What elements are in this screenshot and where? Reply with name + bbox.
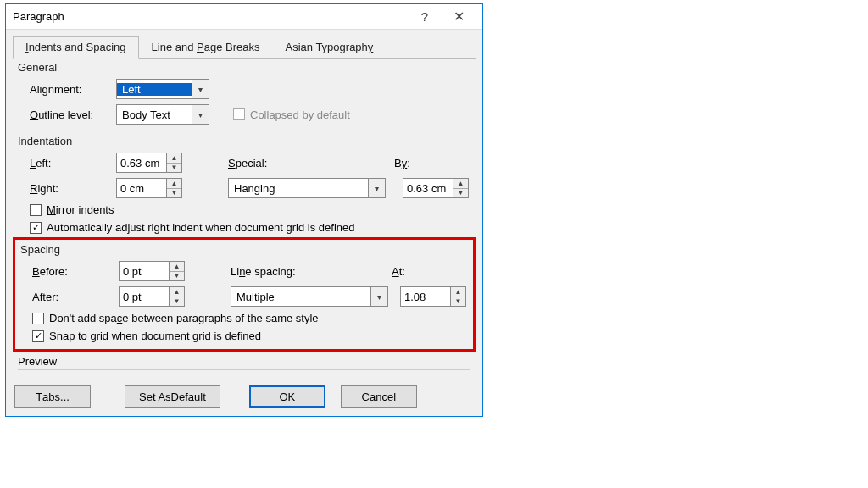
tab-asian-typography[interactable]: Asian Typography — [273, 36, 387, 59]
indent-right-value: 0 cm — [117, 182, 166, 195]
spin-down-icon[interactable]: ▼ — [451, 297, 465, 307]
indent-right-label: Right: — [18, 182, 116, 195]
indent-right-spinner[interactable]: 0 cm ▲▼ — [116, 178, 182, 198]
line-spacing-label: Line spacing: — [220, 265, 329, 278]
spacing-before-spinner[interactable]: 0 pt ▲▼ — [119, 261, 185, 281]
spacing-before-label: Before: — [20, 265, 119, 278]
chevron-down-icon: ▾ — [192, 80, 209, 98]
spacing-group-label: Spacing — [20, 243, 468, 256]
dont-add-space-label: Don't add space between paragraphs of th… — [49, 312, 319, 324]
alignment-select[interactable]: Left ▾ — [116, 79, 209, 99]
preview-group-label: Preview — [18, 355, 470, 370]
dialog-footer: Tabs... Set As Default OK Cancel — [6, 380, 482, 416]
indent-by-spinner[interactable]: 0.63 cm ▲▼ — [403, 178, 469, 198]
spacing-at-value: 1.08 — [401, 291, 450, 303]
indent-left-value: 0.63 cm — [117, 157, 166, 169]
set-as-default-button[interactable]: Set As Default — [125, 385, 220, 408]
paragraph-dialog: Paragraph ? ✕ I/*noop*/ndents and Spacin… — [5, 3, 483, 417]
indent-left-spinner[interactable]: 0.63 cm ▲▼ — [116, 152, 182, 173]
spin-down-icon[interactable]: ▼ — [170, 297, 184, 307]
tabs-button[interactable]: Tabs... — [14, 385, 91, 408]
alignment-value: Left — [117, 83, 192, 96]
collapsed-checkbox — [233, 108, 245, 120]
alignment-label: Alignment: — [18, 83, 116, 96]
auto-adjust-checkbox[interactable] — [30, 222, 42, 234]
spacing-before-value: 0 pt — [120, 265, 169, 278]
special-label: Special: — [218, 157, 326, 169]
by-label: By: — [394, 157, 470, 169]
ok-button[interactable]: OK — [249, 385, 326, 408]
spin-up-icon[interactable]: ▲ — [451, 287, 465, 297]
help-button[interactable]: ? — [408, 9, 442, 24]
snap-to-grid-checkbox[interactable] — [32, 330, 44, 342]
spacing-highlight: Spacing Before: 0 pt ▲▼ Line spacing: At… — [13, 237, 476, 352]
spin-up-icon[interactable]: ▲ — [170, 287, 184, 297]
indentation-group-label: Indentation — [18, 135, 470, 147]
general-group-label: General — [18, 61, 470, 74]
outline-level-label: Outline level: — [18, 108, 116, 121]
line-spacing-value: Multiple — [231, 291, 370, 303]
spin-down-icon[interactable]: ▼ — [170, 272, 184, 281]
dialog-body: General Alignment: Left ▾ Outline level:… — [6, 61, 482, 380]
mirror-indents-checkbox[interactable] — [30, 204, 42, 216]
at-label: At: — [392, 265, 468, 278]
tab-line-page-breaks[interactable]: Line and Page Breaks — [139, 36, 273, 59]
auto-adjust-label: Automatically adjust right indent when d… — [47, 221, 355, 234]
tab-strip: I/*noop*/ndents and Spacing Line and Pag… — [13, 36, 476, 59]
chevron-down-icon: ▾ — [192, 105, 209, 124]
spin-down-icon[interactable]: ▼ — [167, 189, 181, 198]
spin-down-icon[interactable]: ▼ — [167, 164, 181, 173]
line-spacing-select[interactable]: Multiple ▾ — [231, 286, 388, 307]
snap-to-grid-label: Snap to grid when document grid is defin… — [49, 330, 261, 342]
mirror-indents-label: Mirror indents — [47, 203, 114, 216]
chevron-down-icon: ▾ — [368, 179, 385, 197]
spin-up-icon[interactable]: ▲ — [167, 153, 181, 164]
indent-left-label: Left: — [18, 157, 116, 169]
titlebar: Paragraph ? ✕ — [6, 4, 482, 30]
close-button[interactable]: ✕ — [442, 8, 476, 25]
spin-up-icon[interactable]: ▲ — [167, 179, 181, 189]
collapsed-label: Collapsed by default — [250, 108, 350, 121]
spin-up-icon[interactable]: ▲ — [453, 179, 468, 189]
outline-level-select[interactable]: Body Text ▾ — [116, 104, 209, 125]
spacing-at-spinner[interactable]: 1.08 ▲▼ — [400, 286, 466, 307]
spin-up-icon[interactable]: ▲ — [170, 262, 184, 272]
spacing-after-spinner[interactable]: 0 pt ▲▼ — [119, 286, 185, 307]
special-value: Hanging — [229, 182, 368, 195]
cancel-button[interactable]: Cancel — [341, 385, 417, 408]
special-select[interactable]: Hanging ▾ — [228, 178, 386, 198]
spacing-after-value: 0 pt — [120, 291, 169, 303]
chevron-down-icon: ▾ — [370, 287, 387, 306]
indent-by-value: 0.63 cm — [403, 182, 453, 195]
spin-down-icon[interactable]: ▼ — [453, 189, 468, 198]
outline-level-value: Body Text — [117, 108, 192, 121]
spacing-after-label: After: — [20, 291, 119, 303]
dont-add-space-checkbox[interactable] — [32, 313, 44, 324]
dialog-title: Paragraph — [13, 10, 408, 23]
tab-indents-spacing[interactable]: I/*noop*/ndents and Spacing — [13, 36, 139, 59]
